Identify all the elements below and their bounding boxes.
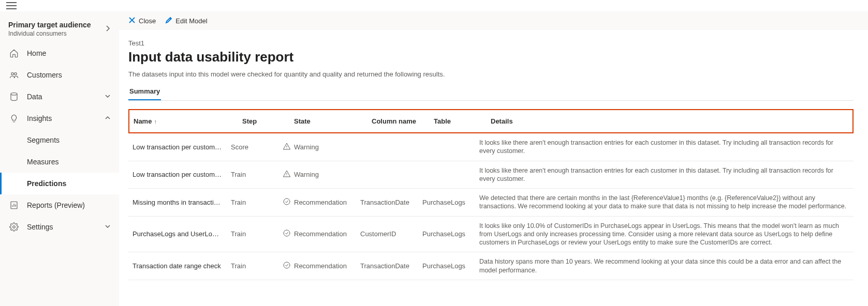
table-row[interactable]: Transaction date range checkTrainRecomme… — [128, 252, 854, 280]
cell-state: Recommendation — [278, 252, 356, 280]
table-row[interactable]: Low transaction per customer (s...ScoreW… — [128, 133, 854, 161]
nav-audience-title: Primary target audience — [8, 21, 91, 29]
cell-details: It looks like there aren't enough transa… — [475, 133, 854, 161]
cell-step: Train — [227, 161, 278, 189]
database-icon — [8, 92, 20, 101]
svg-point-9 — [284, 198, 290, 205]
chevron-down-icon — [105, 223, 111, 231]
svg-point-11 — [284, 262, 290, 268]
main-area: Close Edit Model Test1 Input data usabil… — [119, 11, 868, 306]
col-details[interactable]: Details — [487, 114, 852, 128]
hamburger-menu[interactable] — [6, 2, 17, 9]
check-circle-icon — [283, 197, 291, 207]
breadcrumb[interactable]: Test1 — [128, 39, 854, 47]
table-row[interactable]: Missing months in transactions ...TrainR… — [128, 189, 854, 217]
report-icon — [8, 201, 20, 210]
cell-column-name — [356, 161, 418, 189]
cell-details: We detected that there are certain month… — [475, 189, 854, 217]
cell-name: Missing months in transactions ... — [128, 189, 227, 217]
cell-state: Recommendation — [278, 216, 356, 252]
svg-point-2 — [11, 93, 17, 96]
close-label: Close — [139, 17, 156, 25]
chevron-down-icon — [105, 93, 111, 101]
nav-label: Segments — [27, 136, 60, 144]
cell-column-name: TransactionDate — [356, 189, 418, 217]
cell-table: PurchaseLogs — [418, 216, 475, 252]
cell-table: PurchaseLogs — [418, 252, 475, 280]
check-circle-icon — [283, 261, 291, 271]
col-table[interactable]: Table — [430, 114, 487, 128]
lightbulb-icon — [8, 114, 20, 123]
cell-column-name — [356, 133, 418, 161]
nav-reports[interactable]: Reports (Preview) — [0, 194, 119, 216]
report-table-body: Low transaction per customer (s...ScoreW… — [128, 133, 854, 280]
edit-label: Edit Model — [175, 17, 207, 25]
chevron-right-icon — [105, 25, 111, 33]
warning-icon — [283, 170, 291, 179]
edit-model-button[interactable]: Edit Model — [165, 17, 207, 25]
cell-table — [418, 133, 475, 161]
nav-label: Measures — [27, 158, 58, 166]
col-name[interactable]: Name↑ — [129, 114, 238, 128]
cell-name: Low transaction per customer (s... — [128, 133, 227, 161]
close-icon — [128, 17, 136, 25]
nav-customers[interactable]: Customers — [0, 64, 119, 86]
table-row[interactable]: PurchaseLogs and UserLogs cus...TrainRec… — [128, 216, 854, 252]
nav-measures[interactable]: Measures — [0, 151, 119, 173]
table-row[interactable]: Low transaction per customer (s...TrainW… — [128, 161, 854, 189]
home-icon — [8, 49, 20, 58]
chevron-up-icon — [105, 114, 111, 123]
cell-step: Train — [227, 252, 278, 280]
cell-column-name: CustomerID — [356, 216, 418, 252]
warning-icon — [283, 142, 291, 152]
cell-details: It looks like there aren't enough transa… — [475, 161, 854, 189]
nav-label: Customers — [27, 71, 62, 79]
nav-label: Predictions — [27, 179, 66, 188]
check-circle-icon — [283, 229, 291, 239]
cell-state: Warning — [278, 133, 356, 161]
command-bar: Close Edit Model — [119, 11, 868, 30]
nav-audience-switcher[interactable]: Primary target audience Individual consu… — [0, 17, 119, 42]
col-column-name[interactable]: Column name — [367, 114, 430, 128]
cell-details: It looks like only 10.0% of CustomerIDs … — [475, 216, 854, 252]
svg-point-4 — [13, 226, 16, 228]
col-state[interactable]: State — [290, 114, 367, 128]
svg-point-1 — [14, 73, 17, 75]
nav-data[interactable]: Data — [0, 86, 119, 108]
cell-step: Train — [227, 189, 278, 217]
svg-point-8 — [286, 176, 287, 176]
close-button[interactable]: Close — [128, 17, 156, 25]
report-table-header: Name↑ Step State Column name Table Detai… — [129, 114, 852, 128]
cell-state: Warning — [278, 161, 356, 189]
cell-column-name: TransactionDate — [356, 252, 418, 280]
cell-name: PurchaseLogs and UserLogs cus... — [128, 216, 227, 252]
tab-row: Summary — [128, 87, 854, 101]
cell-table — [418, 161, 475, 189]
left-nav: Primary target audience Individual consu… — [0, 11, 119, 306]
cell-step: Score — [227, 133, 278, 161]
nav-label: Settings — [27, 223, 53, 231]
cell-step: Train — [227, 216, 278, 252]
svg-point-6 — [286, 148, 287, 148]
tab-summary[interactable]: Summary — [128, 87, 161, 100]
gear-icon — [8, 222, 20, 232]
cell-state: Recommendation — [278, 189, 356, 217]
nav-settings[interactable]: Settings — [0, 216, 119, 238]
cell-table: PurchaseLogs — [418, 189, 475, 217]
table-header-highlight: Name↑ Step State Column name Table Detai… — [128, 109, 854, 133]
nav-home[interactable]: Home — [0, 42, 119, 64]
cell-details: Data history spans more than 10 years. W… — [475, 252, 854, 280]
people-icon — [8, 70, 20, 80]
page-description: The datasets input into this model were … — [128, 70, 854, 78]
nav-segments[interactable]: Segments — [0, 129, 119, 151]
cell-name: Transaction date range check — [128, 252, 227, 280]
nav-label: Home — [27, 49, 46, 57]
sort-asc-icon: ↑ — [154, 118, 157, 125]
page-title: Input data usability report — [128, 49, 854, 65]
nav-label: Data — [27, 93, 42, 101]
svg-point-10 — [284, 230, 290, 236]
col-step[interactable]: Step — [238, 114, 290, 128]
nav-insights[interactable]: Insights — [0, 108, 119, 129]
svg-point-0 — [11, 73, 14, 75]
nav-predictions[interactable]: Predictions — [0, 173, 119, 194]
